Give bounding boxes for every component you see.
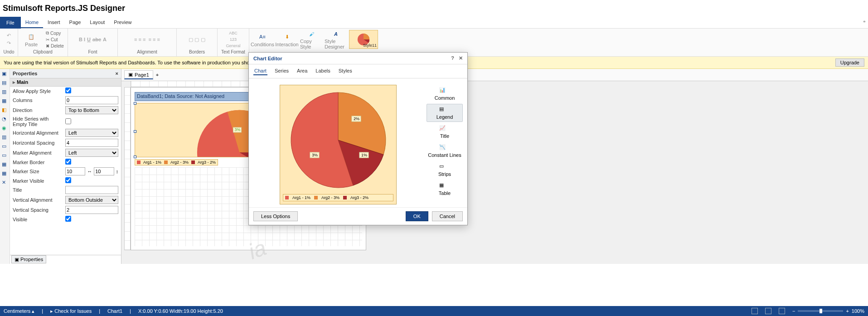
properties-close-icon[interactable]: × — [116, 71, 118, 76]
tool-cursor-icon[interactable]: ▣ — [2, 71, 8, 77]
copy-button[interactable]: ⧉Copy — [44, 30, 65, 36]
dialog-tab-area[interactable]: Area — [296, 67, 308, 75]
style-designer-icon: A — [331, 29, 341, 39]
undo-icon[interactable]: ↶ — [7, 33, 11, 39]
prop-allow-apply-style[interactable] — [65, 88, 71, 93]
tool-gauge-icon[interactable]: ◔ — [2, 116, 8, 122]
side-table[interactable]: ▦Table — [427, 180, 463, 198]
ruler-vertical — [124, 87, 131, 250]
cancel-button[interactable]: Cancel — [432, 211, 463, 221]
page-tab[interactable]: ▣Page1 — [124, 70, 153, 79]
prop-visible[interactable] — [65, 216, 71, 222]
prop-hide-empty[interactable] — [65, 118, 71, 124]
prop-valign-label: Vertical Alignment — [13, 197, 63, 203]
prop-malign[interactable]: Left — [65, 149, 118, 157]
tool-band-icon[interactable]: ▦ — [2, 98, 8, 104]
tool-settings-icon[interactable]: ✕ — [2, 180, 8, 186]
redo-icon[interactable]: ↷ — [7, 40, 11, 46]
dialog-help-icon[interactable]: ? — [451, 55, 454, 61]
status-check[interactable]: ▸ Check for Issues — [50, 308, 92, 314]
prop-halign[interactable]: Left — [65, 129, 118, 137]
left-toolbar: ▣ ▤ ▥ ▦ ◧ ◔ ◉ ▥ ▭ ▭ ▦ ▦ ✕ — [0, 69, 10, 264]
prop-mborder[interactable] — [65, 159, 71, 165]
conditions-button[interactable]: A≡Conditions — [251, 29, 274, 49]
chart-preview-legend: Arg1 - 1% Arg2 - 3% Arg3 - 2% — [283, 194, 393, 201]
dialog-close-icon[interactable]: ✕ — [459, 55, 463, 61]
dialog-tab-labels[interactable]: Labels — [315, 67, 331, 75]
zoom-in-button[interactable]: + — [846, 308, 849, 314]
prop-columns-label: Columns — [13, 97, 63, 103]
less-options-button[interactable]: Less Options — [253, 211, 298, 221]
prop-halign-label: Horizontal Alignment — [13, 130, 63, 136]
cut-button[interactable]: ✂Cut — [44, 37, 65, 43]
interaction-button[interactable]: ⬇Interaction — [276, 29, 298, 49]
tool-globe-icon[interactable]: ◉ — [2, 125, 8, 131]
style-gallery-item[interactable]: Style11 — [349, 30, 378, 49]
prop-valign[interactable]: Bottom Outside — [65, 196, 118, 204]
font-group-label: Font — [70, 49, 116, 55]
status-component: Chart1 — [107, 308, 122, 314]
delete-button[interactable]: ✖Delete — [44, 43, 65, 49]
prop-vspacing[interactable] — [65, 206, 118, 214]
interaction-icon: ⬇ — [282, 32, 292, 42]
prop-mvisible[interactable] — [65, 177, 71, 183]
dialog-tab-chart[interactable]: Chart — [253, 67, 267, 75]
properties-footer-button[interactable]: ▣ Properties — [11, 255, 46, 263]
status-units[interactable]: Centimeters ▴ — [4, 308, 34, 314]
status-view3-icon[interactable] — [779, 308, 785, 314]
expand-ribbon-icon[interactable]: ▫ — [863, 19, 865, 24]
page-icon: ▣ — [128, 72, 133, 78]
tool-image-icon[interactable]: ▥ — [2, 89, 8, 95]
copy-style-button[interactable]: 🖌Copy Style — [300, 29, 323, 49]
title-icon: 📈 — [439, 125, 450, 133]
paste-button[interactable]: 📋 Paste — [20, 29, 43, 49]
status-view1-icon[interactable] — [752, 308, 758, 314]
prop-msize-h[interactable] — [94, 167, 114, 175]
style-designer-button[interactable]: AStyle Designer — [325, 29, 347, 49]
prop-title[interactable] — [65, 186, 118, 194]
menu-preview[interactable]: Preview — [109, 17, 136, 28]
dialog-tab-styles[interactable]: Styles — [338, 67, 353, 75]
statusbar: Centimeters ▴ | ▸ Check for Issues | Cha… — [0, 306, 868, 316]
menu-page[interactable]: Page — [65, 17, 86, 28]
tool-panel-icon[interactable]: ▭ — [2, 152, 8, 159]
file-menu[interactable]: File — [0, 17, 21, 29]
side-title[interactable]: 📈Title — [427, 123, 463, 141]
properties-title: Properties — [13, 71, 37, 76]
tool-text-icon[interactable]: ▤ — [2, 80, 8, 86]
design-canvas[interactable]: ▣Page1 + DataBand1; Data Source: Not Ass… — [121, 69, 868, 264]
chart-preview: 2% 1% 3% Arg1 - 1% Arg2 - 3% Arg3 - 2% — [280, 85, 397, 204]
general-format[interactable]: General — [226, 44, 240, 48]
add-page-button[interactable]: + — [156, 72, 159, 78]
menu-home[interactable]: Home — [21, 17, 43, 28]
tool-chart-icon[interactable]: ◧ — [2, 107, 8, 113]
tool-table-icon[interactable]: ▦ — [2, 161, 8, 168]
dialog-tab-series[interactable]: Series — [274, 67, 290, 75]
prop-direction[interactable]: Top to Bottom — [65, 106, 118, 114]
clipboard-group-label: Clipboard — [20, 49, 66, 55]
menu-layout[interactable]: Layout — [85, 17, 109, 28]
common-icon: 📊 — [439, 87, 450, 95]
side-strips[interactable]: ▭Strips — [427, 161, 463, 179]
prop-msize-w[interactable] — [65, 167, 85, 175]
zoom-out-button[interactable]: − — [792, 308, 795, 314]
tool-shape-icon[interactable]: ▭ — [2, 143, 8, 150]
ok-button[interactable]: OK — [406, 211, 428, 221]
side-constant-lines[interactable]: 📉Constant Lines — [427, 142, 463, 160]
properties-section[interactable]: Main — [17, 79, 28, 85]
tool-barcode-icon[interactable]: ▥ — [2, 134, 8, 141]
side-legend[interactable]: ▤Legend — [427, 104, 463, 122]
menu-insert[interactable]: Insert — [43, 17, 65, 28]
prop-hspacing[interactable] — [65, 139, 118, 147]
prop-msize-label: Marker Size — [13, 169, 63, 174]
tool-cross-icon[interactable]: ▦ — [2, 170, 8, 177]
upgrade-button[interactable]: Upgrade — [835, 58, 864, 67]
prop-columns[interactable] — [65, 96, 118, 104]
status-coords: X:0.00 Y:0.60 Width:19.00 Height:5.20 — [138, 308, 223, 314]
status-view2-icon[interactable] — [765, 308, 771, 314]
side-common[interactable]: 📊Common — [427, 85, 463, 103]
zoom-slider[interactable] — [798, 310, 843, 312]
constlines-icon: 📉 — [439, 144, 450, 152]
prop-hide-empty-label: Hide Series with Empty Title — [13, 116, 63, 127]
alignment-group-label: Alignment — [120, 49, 175, 55]
